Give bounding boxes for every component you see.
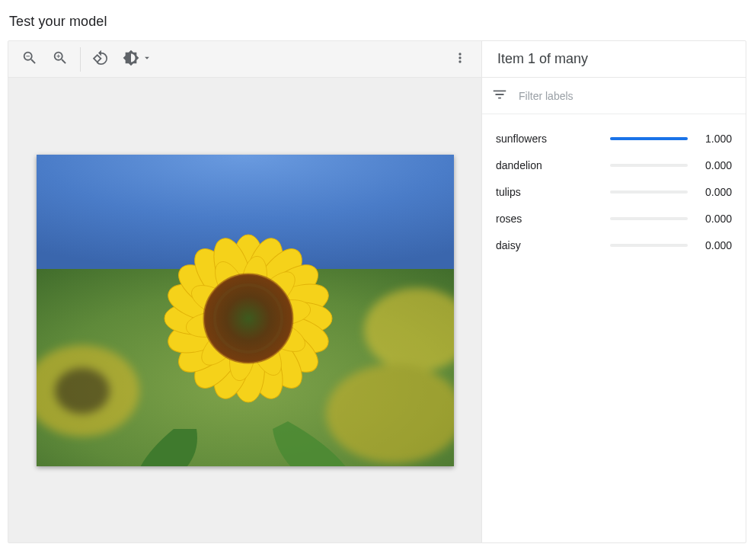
prediction-label: daisy <box>496 239 610 251</box>
image-stage[interactable] <box>8 78 481 542</box>
prediction-label: dandelion <box>496 159 610 171</box>
prediction-bar-fill <box>610 137 688 140</box>
prediction-bar <box>610 190 688 194</box>
prediction-row: sunflowers1.000 <box>496 125 732 152</box>
prediction-score: 1.000 <box>698 133 732 145</box>
prediction-score: 0.000 <box>698 159 732 171</box>
prediction-row: dandelion0.000 <box>496 152 732 178</box>
prediction-bar <box>610 137 688 140</box>
prediction-row: tulips0.000 <box>496 178 732 205</box>
image-preview-pane <box>8 41 482 542</box>
prediction-score: 0.000 <box>698 239 732 251</box>
toolbar-separator <box>80 47 81 72</box>
test-image <box>37 155 454 466</box>
prediction-score: 0.000 <box>698 213 732 225</box>
filter-icon <box>491 86 508 106</box>
zoom-in-button[interactable] <box>45 44 75 75</box>
prediction-bar <box>610 164 688 167</box>
zoom-out-icon <box>21 50 38 69</box>
test-card: Item 1 of many sunflowers1.000dandelion0… <box>8 40 746 543</box>
zoom-out-button[interactable] <box>14 44 45 75</box>
brightness-icon <box>123 50 139 69</box>
filter-row <box>482 78 746 114</box>
filter-labels-input[interactable] <box>519 90 736 102</box>
prediction-score: 0.000 <box>698 186 732 198</box>
prediction-bar <box>610 244 688 247</box>
page-title: Test your model <box>0 0 754 40</box>
prediction-list: sunflowers1.000dandelion0.000tulips0.000… <box>482 114 746 258</box>
prediction-bar <box>610 217 688 220</box>
more-button[interactable] <box>445 44 475 75</box>
zoom-in-icon <box>52 50 69 69</box>
rotate-icon <box>92 50 109 69</box>
prediction-row: roses0.000 <box>496 205 732 232</box>
image-toolbar <box>8 41 481 78</box>
prediction-row: daisy0.000 <box>496 232 732 258</box>
prediction-label: tulips <box>496 186 610 198</box>
more-icon <box>452 50 468 69</box>
prediction-label: roses <box>496 213 610 225</box>
rotate-button[interactable] <box>85 44 116 75</box>
predictions-pane: Item 1 of many sunflowers1.000dandelion0… <box>482 41 746 542</box>
svg-point-3 <box>55 368 110 414</box>
prediction-label: sunflowers <box>496 133 610 145</box>
dropdown-caret-icon <box>142 53 152 66</box>
brightness-dropdown[interactable] <box>142 53 152 66</box>
item-counter: Item 1 of many <box>482 41 746 78</box>
